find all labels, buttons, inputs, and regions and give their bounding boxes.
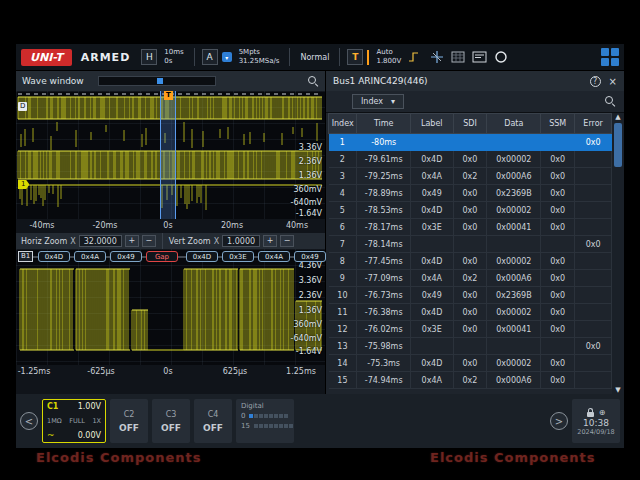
decode-frame[interactable]: 0x49 <box>110 251 142 262</box>
table-row[interactable]: 3-79.25ms0x4A0x20x000A60x0 <box>329 168 612 185</box>
table-row[interactable]: 2-79.61ms0x4D0x00x000020x0 <box>329 151 612 168</box>
divider <box>194 48 195 66</box>
table-row[interactable]: 9-77.09ms0x4A0x20x000A60x0 <box>329 270 612 287</box>
channel-c3[interactable]: C3 OFF <box>152 399 190 443</box>
divider <box>289 48 290 66</box>
main-waveform-view[interactable]: T D 1 3.36V2.36V1.36V360mV-640mV-1.64V <box>16 91 325 219</box>
scroll-down-icon[interactable]: ▼ <box>615 386 620 394</box>
divider <box>339 48 340 66</box>
channel-c2[interactable]: C2 OFF <box>110 399 148 443</box>
xy-cursor-icon[interactable] <box>430 50 444 64</box>
table-row[interactable]: 6-78.17ms0x3E0x00x000410x0 <box>329 219 612 236</box>
time-label: 0s <box>163 221 172 230</box>
scroll-up-icon[interactable]: ▲ <box>615 113 620 121</box>
acquire-menu-button[interactable]: A <box>202 49 218 65</box>
time-label: 625μs <box>223 367 248 376</box>
grid-display-icon[interactable] <box>451 51 465 63</box>
table-row[interactable]: 10-76.73ms0x490x00x2369B0x0 <box>329 287 612 304</box>
table-row[interactable]: 1-80ms0x0 <box>329 134 612 151</box>
column-header[interactable]: SDI <box>453 114 487 134</box>
horizontal-menu-button[interactable]: H <box>141 49 157 65</box>
vert-zoom-label: Vert Zoom <box>169 237 211 246</box>
scale-label: -640mV <box>291 198 322 207</box>
scrollbar-thumb[interactable] <box>614 123 622 167</box>
wave-position-bar[interactable] <box>98 76 216 86</box>
decode-panel: Bus1 ARINC429(446) ? × Index ▾ <box>326 71 624 394</box>
decode-table-body: 1-80ms0x02-79.61ms0x4D0x00x000020x03-79.… <box>329 134 612 389</box>
windows-layout-icon[interactable] <box>601 48 619 66</box>
scale-label: 360mV <box>293 185 322 194</box>
table-row[interactable]: 4-78.89ms0x490x00x2369B0x0 <box>329 185 612 202</box>
time-label: 1.25ms <box>286 367 316 376</box>
decode-frame[interactable]: 0x3E <box>222 251 254 262</box>
table-row[interactable]: 15-74.94ms0x4A0x20x000A60x0 <box>329 372 612 389</box>
top-toolbar: UNI-T ARMED H 10ms 0s A ▾ 5Mpts 31.25MSa… <box>16 44 624 71</box>
timebase-scale: 10ms <box>164 48 183 57</box>
table-scrollbar[interactable]: ▲ ▼ <box>612 113 624 394</box>
scale-label: 3.36V <box>299 143 322 152</box>
digital-channels[interactable]: Digital 0 15 <box>236 399 294 443</box>
zoom-region-overlay[interactable] <box>160 91 176 219</box>
column-header[interactable]: Label <box>411 114 453 134</box>
wf1-timebar: -40ms-20ms0s20ms40ms <box>16 219 325 233</box>
column-header[interactable]: SSM <box>541 114 575 134</box>
horiz-zoom-label: Horiz Zoom <box>21 237 67 246</box>
table-row[interactable]: 7-78.14ms0x0 <box>329 236 612 253</box>
decode-frame[interactable]: 0x49 <box>294 251 326 262</box>
digital-first-channel: 0 <box>241 412 245 420</box>
table-row[interactable]: 8-77.45ms0x4D0x00x000020x0 <box>329 253 612 270</box>
decode-frame[interactable]: 0x4A <box>74 251 106 262</box>
vert-zoom-value[interactable]: 1.0000 <box>222 235 260 247</box>
scale-label: -1.64V <box>296 209 322 218</box>
trigger-menu-button[interactable]: T <box>347 49 363 65</box>
scale-label: 2.36V <box>299 157 322 166</box>
index-dropdown[interactable]: Index ▾ <box>352 94 404 109</box>
vert-zoom-increase-button[interactable]: + <box>263 235 277 247</box>
decode-frame[interactable]: 0x4A <box>258 251 290 262</box>
decode-search-icon[interactable] <box>605 96 616 107</box>
trigger-position-marker[interactable]: T <box>164 91 173 100</box>
scale-label: 3.36V <box>299 276 322 285</box>
help-icon[interactable]: ? <box>590 76 601 87</box>
horiz-zoom-increase-button[interactable]: + <box>125 235 139 247</box>
search-icon[interactable] <box>308 76 319 87</box>
decode-panel-title: Bus1 ARINC429(446) <box>333 76 428 86</box>
table-row[interactable]: 12-76.02ms0x3E0x00x000410x0 <box>329 321 612 338</box>
decode-frame[interactable]: 0x4D <box>186 251 218 262</box>
c3-state: OFF <box>161 423 181 433</box>
close-icon[interactable]: × <box>609 76 617 87</box>
panel-scroll-right-button[interactable]: > <box>550 412 568 430</box>
bus1-badge[interactable]: B1 <box>18 251 33 262</box>
column-header[interactable]: Data <box>487 114 541 134</box>
c1-impedance: 1MΩ <box>47 417 62 425</box>
column-header[interactable]: Error <box>575 114 612 134</box>
table-row[interactable]: 14-75.3ms0x4D0x00x000020x0 <box>329 355 612 372</box>
zoom-waveform-view[interactable]: B1 0x4D0x4A0x49Gap0x4D0x3E0x4A0x49 4.36V… <box>16 249 325 365</box>
decode-frame[interactable]: 0x4D <box>38 251 70 262</box>
channel-c4[interactable]: C4 OFF <box>194 399 232 443</box>
vert-zoom-decrease-button[interactable]: − <box>280 235 294 247</box>
record-icon[interactable] <box>494 50 508 64</box>
trigger-sweep-mode: Auto <box>376 48 401 57</box>
decode-frame[interactable]: Gap <box>146 251 178 262</box>
c3-name: C3 <box>166 410 177 419</box>
panel-scroll-left-button[interactable]: < <box>20 412 38 430</box>
digital-bus-badge[interactable]: D <box>18 102 27 111</box>
horizontal-readout: 10ms 0s <box>164 48 183 66</box>
table-row[interactable]: 5-78.53ms0x4D0x00x000020x0 <box>329 202 612 219</box>
wave-window-filler <box>16 379 325 394</box>
table-row[interactable]: 13-75.98ms0x0 <box>329 338 612 355</box>
column-header[interactable]: Index <box>329 114 357 134</box>
horiz-zoom-value[interactable]: 32.0000 <box>79 235 122 247</box>
zoom-position-marker[interactable] <box>157 78 163 84</box>
screen-settings-icon[interactable] <box>472 51 487 63</box>
horiz-zoom-decrease-button[interactable]: − <box>142 235 156 247</box>
table-row[interactable]: 11-76.38ms0x4D0x00x000020x0 <box>329 304 612 321</box>
clock-panel[interactable]: ⊕ 10:38 2024/09/18 <box>572 399 620 443</box>
c1-name: C1 <box>47 402 58 411</box>
column-header[interactable]: Time <box>357 114 411 134</box>
watermark: Elcodis Components <box>36 450 202 465</box>
time-label: 20ms <box>221 221 243 230</box>
acquire-readout: 5Mpts 31.25MSa/s <box>239 48 280 66</box>
channel-c1[interactable]: C1 1.00V 1MΩ FULL 1X ~ 0.00V <box>42 399 106 443</box>
